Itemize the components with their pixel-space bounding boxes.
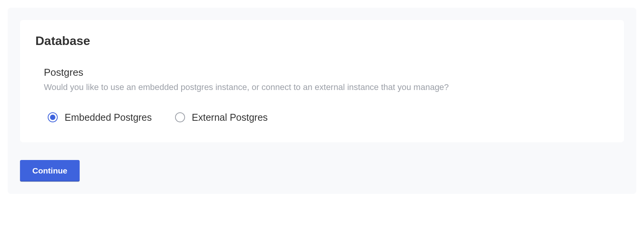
radio-option-external[interactable]: External Postgres xyxy=(175,112,268,123)
radio-label: Embedded Postgres xyxy=(65,112,152,123)
radio-option-embedded[interactable]: Embedded Postgres xyxy=(48,112,152,123)
radio-label: External Postgres xyxy=(192,112,268,123)
section-title: Postgres xyxy=(44,67,609,78)
page-container: Database Postgres Would you like to use … xyxy=(8,8,636,194)
postgres-section: Postgres Would you like to use an embedd… xyxy=(35,67,609,123)
continue-button[interactable]: Continue xyxy=(20,160,80,182)
radio-icon xyxy=(175,112,185,122)
card-title: Database xyxy=(35,34,609,48)
postgres-radio-group: Embedded Postgres External Postgres xyxy=(44,112,609,123)
section-description: Would you like to use an embedded postgr… xyxy=(44,82,609,93)
database-card: Database Postgres Would you like to use … xyxy=(20,20,624,142)
radio-icon xyxy=(48,112,58,122)
